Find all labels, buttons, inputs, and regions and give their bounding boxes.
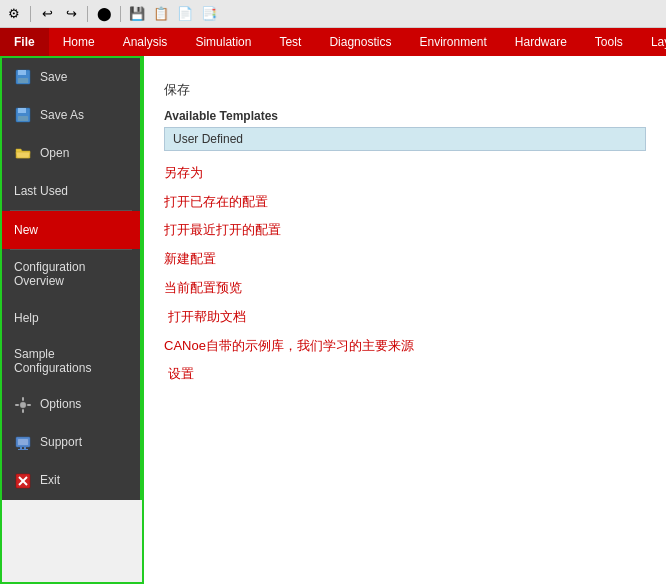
save-as-icon: [14, 106, 32, 124]
options-icon: [14, 396, 32, 414]
open-icon: [14, 144, 32, 162]
support-icon: [14, 434, 32, 452]
svg-rect-2: [18, 78, 28, 83]
svg-rect-1: [18, 70, 26, 75]
toolbar-icon-new[interactable]: 📄: [175, 4, 195, 24]
menubar-layout[interactable]: Layout: [637, 28, 666, 56]
toolbar-icon-1[interactable]: ⚙: [4, 4, 24, 24]
sidebar-item-save-label: Save: [40, 70, 67, 84]
sidebar-item-sample-configurations[interactable]: Sample Configurations: [2, 337, 140, 386]
template-user-defined[interactable]: User Defined: [164, 127, 646, 151]
sidebar-item-save-as[interactable]: Save As: [2, 96, 140, 134]
svg-rect-9: [15, 404, 19, 406]
sidebar-item-support-label: Support: [40, 435, 82, 449]
menubar-hardware[interactable]: Hardware: [501, 28, 581, 56]
save-icon: [14, 68, 32, 86]
sidebar-item-open[interactable]: Open: [2, 134, 140, 172]
sidebar-item-save[interactable]: Save: [2, 58, 140, 96]
sidebar-item-options-label: Options: [40, 397, 81, 411]
templates-heading: Available Templates: [164, 109, 646, 123]
svg-rect-12: [18, 439, 28, 445]
toolbar-separator-3: [120, 6, 121, 22]
menubar-test[interactable]: Test: [265, 28, 315, 56]
toolbar-icon-clipboard[interactable]: 📋: [151, 4, 171, 24]
sidebar-item-config-label: Configuration Overview: [14, 260, 128, 289]
svg-rect-5: [18, 116, 28, 121]
toolbar-icon-redo[interactable]: ↪: [61, 4, 81, 24]
annotation-sample-configs: CANoe自带的示例库，我们学习的主要来源: [164, 336, 646, 357]
toolbar-separator-2: [87, 6, 88, 22]
sidebar-item-last-used-label: Last Used: [14, 184, 68, 198]
toolbar-icon-copy[interactable]: 📑: [199, 4, 219, 24]
sidebar-item-exit[interactable]: Exit: [2, 462, 140, 500]
sidebar-item-exit-label: Exit: [40, 473, 60, 487]
svg-rect-8: [22, 409, 24, 413]
toolbar-icon-undo[interactable]: ↩: [37, 4, 57, 24]
toolbar-icon-record[interactable]: ⬤: [94, 4, 114, 24]
menubar-environment[interactable]: Environment: [405, 28, 500, 56]
menubar-tools[interactable]: Tools: [581, 28, 637, 56]
sidebar: Save Save As: [2, 58, 142, 500]
exit-icon: [14, 472, 32, 490]
save-annotation: 保存: [164, 80, 646, 101]
svg-rect-4: [18, 108, 26, 113]
sidebar-item-help-label: Help: [14, 311, 39, 325]
annotation-save-as: 另存为: [164, 163, 646, 184]
menubar-home[interactable]: Home: [49, 28, 109, 56]
main-layout: Save Save As: [0, 56, 666, 584]
menubar-file[interactable]: File: [0, 28, 49, 56]
sidebar-item-support[interactable]: Support: [2, 424, 140, 462]
toolbar-separator-1: [30, 6, 31, 22]
annotation-help: 打开帮助文档: [164, 307, 646, 328]
toolbar: ⚙ ↩ ↪ ⬤ 💾 📋 📄 📑: [0, 0, 666, 28]
sidebar-item-save-as-label: Save As: [40, 108, 84, 122]
annotation-last-used: 打开最近打开的配置: [164, 220, 646, 241]
annotation-open: 打开已存在的配置: [164, 192, 646, 213]
sidebar-item-help[interactable]: Help: [2, 299, 140, 337]
sidebar-item-last-used[interactable]: Last Used: [2, 172, 140, 210]
svg-rect-15: [18, 449, 28, 450]
annotation-new: 新建配置: [164, 249, 646, 270]
sidebar-item-new[interactable]: New: [2, 211, 140, 249]
menubar-diagnostics[interactable]: Diagnostics: [315, 28, 405, 56]
sidebar-wrapper: Save Save As: [0, 56, 144, 584]
annotation-options: 设置: [164, 364, 646, 385]
sidebar-item-sample-label: Sample Configurations: [14, 347, 128, 376]
sidebar-item-options[interactable]: Options: [2, 386, 140, 424]
sidebar-item-new-label: New: [14, 223, 38, 237]
svg-rect-10: [27, 404, 31, 406]
menubar-simulation[interactable]: Simulation: [181, 28, 265, 56]
templates-section: Available Templates User Defined: [164, 109, 646, 151]
annotation-config-overview: 当前配置预览: [164, 278, 646, 299]
svg-point-6: [20, 402, 26, 408]
sidebar-item-configuration-overview[interactable]: Configuration Overview: [2, 250, 140, 299]
menubar-analysis[interactable]: Analysis: [109, 28, 182, 56]
menubar: File Home Analysis Simulation Test Diagn…: [0, 28, 666, 56]
sidebar-item-open-label: Open: [40, 146, 69, 160]
toolbar-icon-save[interactable]: 💾: [127, 4, 147, 24]
content-area: 保存 Available Templates User Defined 另存为 …: [144, 56, 666, 584]
svg-rect-7: [22, 397, 24, 401]
